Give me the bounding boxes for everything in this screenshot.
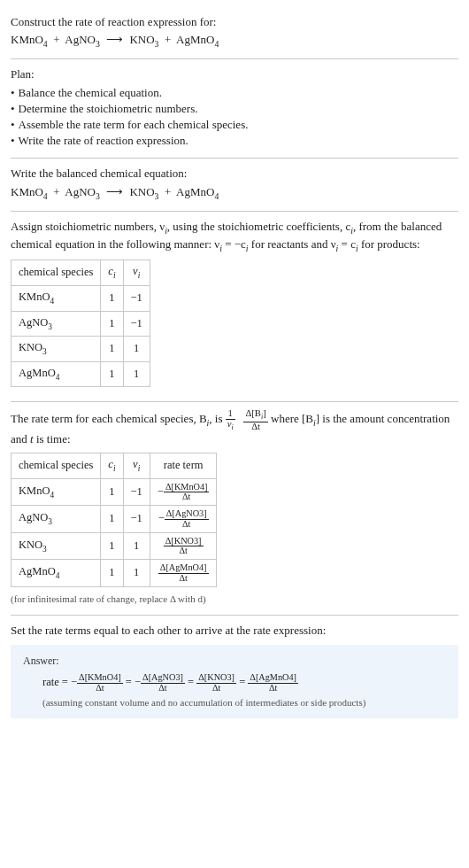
arrow-icon: ⟶	[103, 32, 127, 48]
cell-species: AgMnO4	[12, 361, 101, 387]
arrow-icon: ⟶	[103, 184, 127, 200]
plan-item: Write the rate of reaction expression.	[11, 133, 458, 149]
table-row: KNO3 1 1	[12, 337, 150, 362]
cell-v: 1	[123, 361, 150, 387]
table-row: AgNO3 1 −1	[12, 311, 150, 337]
den: Δt	[77, 684, 123, 693]
den: Δt	[164, 546, 204, 555]
num: Δ[AgMnO4]	[248, 673, 298, 683]
stoich-para: Assign stoichiometric numbers, νi, using…	[11, 219, 458, 254]
table-row: KNO3 1 1 Δ[KNO3]Δt	[12, 532, 217, 560]
plan-item-text: Balance the chemical equation.	[19, 85, 162, 101]
fraction: Δ[AgMnO4]Δt	[158, 563, 209, 583]
fraction: Δ[AgMnO4]Δt	[248, 673, 298, 693]
col-vi: νi	[123, 260, 150, 286]
rateterm-note: (for infinitesimal rate of change, repla…	[11, 593, 458, 606]
balanced-equation: KMnO4 + AgNO3 ⟶ KNO3 + AgMnO4	[11, 184, 458, 202]
plan-title: Plan:	[11, 66, 458, 82]
rateterm-table: chemical species ci νi rate term KMnO4 1…	[11, 453, 217, 587]
den: Δt	[165, 520, 209, 529]
answer-equation: rate = −Δ[KMnO4]Δt = −Δ[AgNO3]Δt = Δ[KNO…	[23, 673, 446, 693]
col-vi: νi	[123, 453, 150, 479]
rate-prefix: rate =	[42, 676, 71, 688]
cell-c: 1	[101, 532, 123, 560]
balanced-section: Write the balanced chemical equation: KM…	[11, 159, 458, 210]
text: ]	[263, 408, 266, 418]
cell-c: 1	[101, 478, 123, 506]
intro-line1: Construct the rate of reaction expressio…	[11, 14, 458, 30]
cell-v: −1	[123, 478, 150, 506]
sp2: AgNO	[65, 33, 96, 46]
cell-v: 1	[123, 560, 150, 587]
text: Assign stoichiometric numbers, ν	[11, 220, 165, 233]
sub: 4	[50, 296, 54, 305]
text: Δt	[251, 422, 260, 431]
text: The rate term for each chemical species,…	[11, 413, 207, 426]
table-row: KMnO4 1 −1	[12, 285, 150, 311]
fraction: Δ[KNO3]Δt	[196, 673, 236, 693]
equals: =	[239, 676, 248, 688]
den: Δt	[158, 574, 209, 583]
den: Δt	[164, 492, 210, 501]
sp3: KNO	[129, 185, 154, 198]
neg: −	[158, 485, 164, 498]
sub: 3	[42, 347, 47, 356]
intro-section: Construct the rate of reaction expressio…	[11, 7, 458, 58]
num: Δ[AgNO3]	[141, 673, 185, 683]
num: Δ[KNO3]	[196, 673, 236, 683]
sub: 4	[50, 490, 54, 499]
sp4: AgMnO	[176, 33, 214, 46]
equals: =	[126, 676, 135, 688]
plan-list: Balance the chemical equation. Determine…	[11, 85, 458, 150]
fraction: Δ[KMnO4]Δt	[77, 673, 123, 693]
cell-v: −1	[123, 506, 150, 533]
cell-v: −1	[123, 285, 150, 311]
sp4-sub: 4	[214, 39, 219, 49]
sp1-sub: 4	[43, 190, 48, 200]
sp1-sub: 4	[43, 39, 48, 49]
cell-species: KNO3	[12, 337, 101, 362]
table-header-row: chemical species ci νi	[12, 260, 150, 286]
setequal-para: Set the rate terms equal to each other t…	[11, 623, 458, 639]
equals: =	[188, 676, 196, 688]
cell-c: 1	[101, 337, 123, 362]
cell-v: 1	[123, 337, 150, 362]
stoich-table: chemical species ci νi KMnO4 1 −1 AgNO3 …	[11, 260, 150, 387]
sub: 4	[56, 571, 60, 580]
text: KNO	[19, 341, 42, 353]
sp3-sub: 3	[155, 190, 159, 200]
sp1: KMnO	[11, 33, 43, 46]
den: Δt	[248, 684, 298, 693]
text: KMnO	[19, 291, 50, 303]
text: for reactants and ν	[249, 237, 336, 251]
neg: −	[158, 512, 165, 524]
text: for products:	[358, 237, 420, 251]
sub-i: i	[138, 464, 141, 473]
table-row: AgMnO4 1 1	[12, 361, 150, 387]
cell-species: KMnO4	[12, 285, 101, 311]
neg: −	[135, 676, 141, 688]
col-rate: rate term	[150, 453, 217, 479]
text: Δ[B	[245, 408, 261, 418]
cell-c: 1	[101, 361, 123, 387]
sub-i: i	[231, 423, 233, 431]
text: AgMnO	[19, 367, 56, 379]
text: KNO	[19, 539, 42, 551]
col-species: chemical species	[12, 260, 101, 286]
text: is time:	[34, 432, 71, 446]
cell-rate: Δ[AgMnO4]Δt	[150, 560, 217, 587]
neg: −	[71, 676, 77, 688]
sub-i: i	[138, 271, 141, 280]
cell-rate: −Δ[AgNO3]Δt	[150, 506, 217, 533]
fraction: Δ[Bi]Δt	[243, 409, 267, 431]
cell-c: 1	[101, 285, 123, 311]
fraction: Δ[KMnO4]Δt	[164, 483, 210, 502]
den: Δt	[141, 684, 185, 693]
sp4-sub: 4	[214, 190, 219, 200]
table-row: AgNO3 1 −1 −Δ[AgNO3]Δt	[12, 506, 217, 533]
col-ci: ci	[101, 260, 123, 286]
plan-item-text: Assemble the rate term for each chemical…	[19, 117, 249, 133]
intro-equation: KMnO4 + AgNO3 ⟶ KNO3 + AgMnO4	[11, 32, 458, 50]
den: Δt	[196, 684, 236, 693]
text: , is	[209, 413, 225, 426]
